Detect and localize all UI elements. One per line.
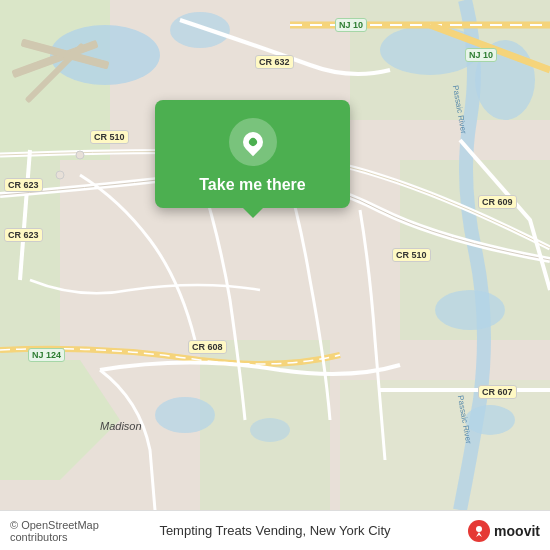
road-label-cr608: CR 608	[188, 340, 227, 354]
svg-point-9	[170, 12, 230, 48]
moovit-logo: moovit	[408, 520, 541, 542]
road-label-cr632: CR 632	[255, 55, 294, 69]
road-label-nj124: NJ 124	[28, 348, 65, 362]
road-label-cr607: CR 607	[478, 385, 517, 399]
svg-point-19	[56, 171, 64, 179]
road-label-nj10: NJ 10	[335, 18, 367, 32]
popup-label[interactable]: Take me there	[199, 176, 305, 194]
location-pin-icon	[238, 128, 266, 156]
svg-point-20	[76, 151, 84, 159]
moovit-text: moovit	[494, 523, 540, 539]
copyright-text: © OpenStreetMap contributors	[10, 519, 143, 543]
location-name: Tempting Treats Vending, New York City	[143, 523, 408, 538]
bottom-bar: © OpenStreetMap contributors Tempting Tr…	[0, 510, 550, 550]
svg-rect-7	[340, 380, 550, 510]
road-label-cr510b: CR 510	[392, 248, 431, 262]
road-label-cr510a: CR 510	[90, 130, 129, 144]
road-label-cr623b: CR 623	[4, 228, 43, 242]
navigate-popup[interactable]: Take me there	[155, 100, 350, 208]
svg-point-14	[155, 397, 215, 433]
place-label-madison: Madison	[100, 420, 142, 432]
location-pin-circle	[229, 118, 277, 166]
svg-point-15	[250, 418, 290, 442]
svg-point-13	[465, 405, 515, 435]
road-label-nj10b: NJ 10	[465, 48, 497, 62]
svg-point-12	[435, 290, 505, 330]
moovit-icon	[468, 520, 490, 542]
road-label-cr623a: CR 623	[4, 178, 43, 192]
svg-point-21	[476, 526, 482, 532]
road-label-cr609: CR 609	[478, 195, 517, 209]
map-container: Take me there NJ 10 NJ 10 CR 632 CR 510 …	[0, 0, 550, 510]
